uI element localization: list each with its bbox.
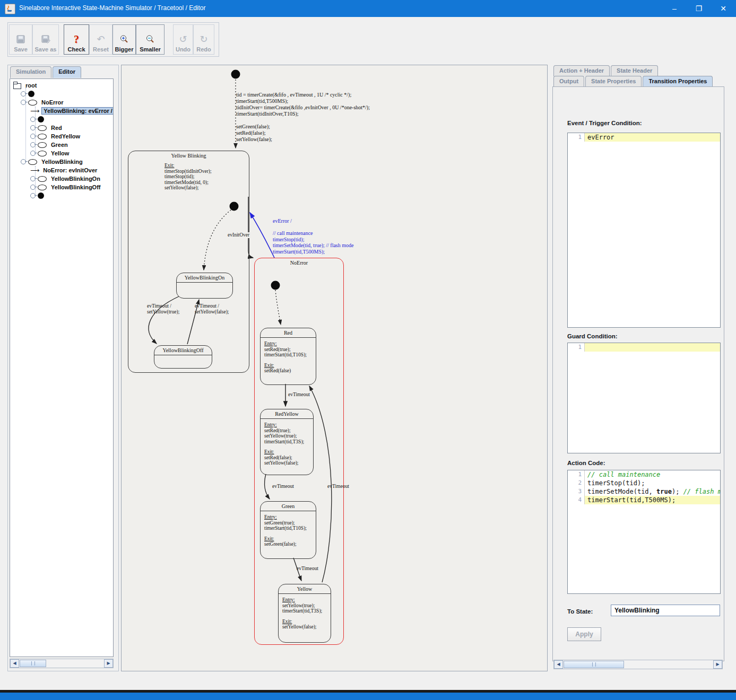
expander-icon[interactable] — [30, 125, 36, 130]
right-horizontal-scrollbar[interactable]: ◀ ▶ — [553, 660, 723, 669]
tree-item-yellowblinkingon[interactable]: YellowBlinkingOn — [30, 174, 113, 183]
expander-icon[interactable] — [21, 100, 26, 105]
code-keyword: true — [656, 488, 672, 495]
state-title: Yellow Blinking — [128, 151, 249, 160]
initial-state-dot-top[interactable] — [231, 70, 240, 79]
tree-item-label: Green — [49, 142, 70, 148]
on-to-off-label[interactable]: evTimeout / setYellow(true); — [147, 303, 179, 315]
tree-item-initial[interactable] — [30, 191, 113, 200]
yellow-to-red-label[interactable]: evTimeout — [327, 484, 349, 489]
guard-condition-editor[interactable]: 1 — [567, 343, 721, 453]
initial-state-icon — [38, 192, 44, 199]
code-text: timerSetMode(tid, — [587, 488, 656, 495]
transition-everror-selected[interactable] — [250, 213, 274, 258]
code-comment: // flash mode — [683, 488, 721, 495]
tree-item-yellowblinkingoff[interactable]: YellowBlinkingOff — [30, 183, 113, 191]
green-to-yellow-label[interactable]: evTimeout — [297, 566, 318, 572]
undo-button[interactable]: ↺ Undo — [173, 24, 193, 55]
state-icon — [38, 125, 47, 131]
close-button[interactable]: ✕ — [711, 0, 735, 17]
code-text: timerStart(tid,T500MS); — [585, 496, 720, 504]
left-tab-bar: Simulation Editor — [10, 66, 82, 78]
scroll-left-icon[interactable]: ◀ — [554, 660, 563, 669]
save-as-button[interactable]: Save as — [32, 24, 59, 55]
tab-state-properties[interactable]: State Properties — [585, 76, 642, 87]
action-code-editor[interactable]: 1 // call maintenance 2 timerStop(tid); … — [567, 470, 721, 594]
expander-icon[interactable] — [30, 134, 36, 139]
tab-transition-properties[interactable]: Transition Properties — [643, 76, 713, 87]
line-number: 1 — [568, 133, 585, 142]
save-button[interactable]: Save — [9, 24, 32, 55]
red-to-redyellow-label[interactable]: evTimeout — [288, 392, 310, 398]
state-tree: root NoError ⟶ YellowBlinking: evError / — [10, 78, 114, 657]
everror-transition-label[interactable]: evError / // call maintenance timerStop(… — [273, 218, 353, 255]
scrollbar-thumb[interactable] — [564, 661, 624, 668]
expander-icon[interactable] — [30, 185, 36, 190]
evinitover-label[interactable]: evInitOver — [228, 232, 249, 238]
off-to-on-label[interactable]: evTimeout / setYellow(false); — [195, 303, 229, 315]
to-state-field[interactable]: YellowBlinking — [611, 605, 720, 616]
line-number: 1 — [568, 343, 585, 352]
tree-item-root[interactable]: root — [13, 81, 113, 90]
expander-icon[interactable] — [30, 193, 36, 198]
check-button[interactable]: ? Check — [64, 24, 89, 55]
tree-item-label: YellowBlinking — [40, 159, 84, 165]
diagram-canvas[interactable]: Yellow Blinking Exit: timerStop(tidInitO… — [121, 65, 548, 671]
tree-item-red[interactable]: Red — [30, 124, 113, 132]
state-green[interactable]: Green Entry: setGreen(true); timerStart(… — [260, 501, 316, 559]
tab-editor[interactable]: Editor — [53, 66, 81, 78]
scroll-left-icon[interactable]: ◀ — [10, 659, 19, 668]
scrollbar-thumb[interactable] — [20, 660, 46, 667]
code-text — [585, 343, 720, 352]
state-title: Red — [261, 328, 316, 338]
tab-state-header[interactable]: State Header — [611, 65, 658, 76]
code-comment: // call maintenance — [587, 471, 660, 478]
redyellow-to-green-label[interactable]: evTimeout — [272, 484, 294, 489]
tree-item-transition-yellowblinking[interactable]: ⟶ YellowBlinking: evError / — [30, 107, 113, 115]
tab-output[interactable]: Output — [553, 76, 584, 87]
state-red[interactable]: Red Entry: setRed(true); timerStart(tid,… — [260, 328, 316, 385]
tree-item-yellow[interactable]: Yellow — [30, 149, 113, 158]
expander-icon[interactable] — [30, 142, 36, 147]
expander-icon[interactable] — [30, 117, 36, 122]
state-yellowblinkingon[interactable]: YellowBlinkingOn — [176, 273, 233, 299]
tree-item-initial[interactable] — [30, 115, 113, 124]
apply-button[interactable]: Apply — [567, 627, 601, 641]
scroll-right-icon[interactable]: ▶ — [104, 659, 113, 668]
redo-button[interactable]: ↻ Redo — [193, 24, 214, 55]
exit-label: Exit: — [282, 619, 292, 624]
state-title: YellowBlinkingOn — [177, 273, 232, 283]
maximize-button[interactable]: ❐ — [687, 0, 711, 17]
tree-item-noerror[interactable]: NoError — [21, 98, 113, 107]
expander-icon[interactable] — [21, 91, 26, 97]
tree-item-green[interactable]: Green — [30, 141, 113, 149]
reset-button[interactable]: ↶ Reset — [89, 24, 112, 55]
state-yellowblinking[interactable]: Yellow Blinking Exit: timerStop(tidInitO… — [128, 151, 249, 373]
app-window: Sinelabore Interactive State-Machine Sim… — [0, 0, 736, 700]
expander-icon[interactable] — [30, 151, 36, 156]
state-yellowblinkingoff[interactable]: YellowBlinkingOff — [154, 345, 212, 369]
tab-simulation[interactable]: Simulation — [10, 66, 51, 78]
tree-item-transition-noerror[interactable]: ⟶ NoError: evInitOver — [30, 166, 113, 174]
tree-item-label: Yellow — [49, 150, 71, 156]
smaller-button[interactable]: Smaller — [136, 24, 164, 55]
tree-item-label: NoError — [40, 99, 65, 106]
event-condition-editor[interactable]: 1 evError — [567, 133, 721, 328]
tab-action-header[interactable]: Action + Header — [553, 65, 610, 76]
state-yellow[interactable]: Yellow Entry: setYellow(true); timerStar… — [278, 584, 331, 643]
minimize-button[interactable]: – — [662, 0, 687, 17]
left-horizontal-scrollbar[interactable]: ◀ ▶ — [10, 659, 114, 668]
tree-item-redyellow[interactable]: RedYellow — [30, 132, 113, 141]
state-icon — [38, 134, 47, 139]
bigger-button[interactable]: Bigger — [112, 24, 136, 55]
tree-item-yellowblinking[interactable]: YellowBlinking — [21, 158, 113, 166]
code-text: evError — [585, 133, 720, 142]
exit-code: setYellow(false); — [282, 624, 329, 630]
tree-item-initial[interactable] — [21, 90, 113, 98]
expander-icon[interactable] — [21, 159, 26, 164]
scroll-right-icon[interactable]: ▶ — [713, 660, 722, 669]
initial-transition-action-label[interactable]: tid = timerCreate(&fifo , evTimeout , 1U… — [236, 92, 370, 143]
expander-icon[interactable] — [30, 176, 36, 181]
guard-condition-label: Guard Condition: — [567, 333, 618, 339]
state-redyellow[interactable]: RedYellow Entry: setRed(true); setYellow… — [260, 409, 314, 475]
